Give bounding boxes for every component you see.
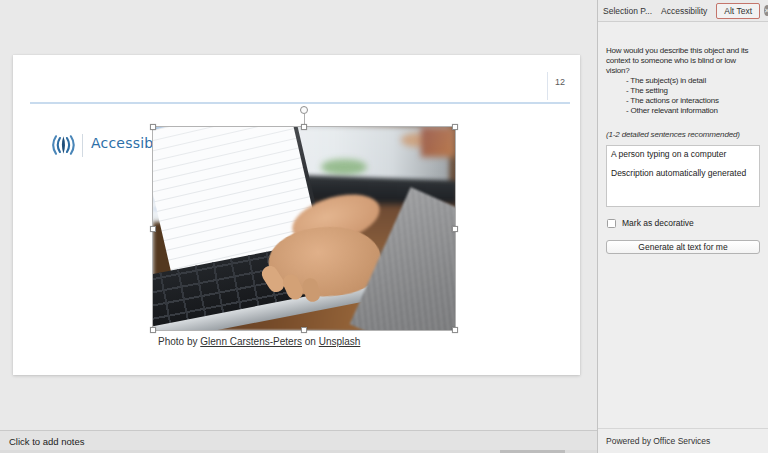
tab-accessibility[interactable]: Accessibility: [661, 6, 707, 16]
panel-footer: Powered by Office Services: [598, 428, 768, 453]
guideline-item: - The actions or interactions: [626, 96, 760, 106]
slide-number: 12: [555, 77, 565, 87]
credit-middle: on: [302, 336, 319, 347]
slide[interactable]: Accessibility - Images 12: [13, 55, 580, 375]
guideline-item: - The subject(s) in detail: [626, 76, 760, 86]
photo-credit: Photo by Glenn Carstens-Peters on Unspla…: [158, 336, 360, 347]
decorative-checkbox-label: Mark as decorative: [622, 218, 694, 228]
close-panel-icon[interactable]: ✕: [764, 5, 768, 16]
resize-handle-bottom-middle[interactable]: [301, 327, 307, 333]
generate-alt-text-button[interactable]: Generate alt text for me: [606, 240, 760, 254]
resize-handle-top-left[interactable]: [150, 124, 156, 130]
slide-image[interactable]: [153, 127, 455, 330]
resize-handle-bottom-left[interactable]: [150, 327, 156, 333]
alt-text-hint: (1-2 detailed sentences recommended): [606, 130, 760, 139]
credit-author-link[interactable]: Glenn Carstens-Peters: [200, 336, 302, 347]
panel-tab-bar: Selection P... Accessibility Alt Text ✕: [598, 0, 768, 22]
resize-handle-bottom-right[interactable]: [452, 327, 458, 333]
credit-prefix: Photo by: [158, 336, 200, 347]
decorative-checkbox[interactable]: [607, 219, 616, 228]
photo-haze-overlay: [153, 127, 455, 330]
title-divider: [82, 134, 83, 157]
decorative-checkbox-row[interactable]: Mark as decorative: [606, 218, 760, 228]
slide-number-divider: [547, 72, 548, 100]
resize-handle-middle-right[interactable]: [452, 226, 458, 232]
title-underline: [30, 102, 570, 104]
credit-source-link[interactable]: Unsplash: [319, 336, 361, 347]
rotation-handle[interactable]: [300, 106, 308, 114]
tab-selection-pane[interactable]: Selection P...: [603, 6, 652, 16]
alt-text-input[interactable]: A person typing on a computer Descriptio…: [606, 145, 760, 207]
guideline-item: - The setting: [626, 86, 760, 96]
tab-alt-text[interactable]: Alt Text: [716, 3, 760, 19]
guideline-item: - Other relevant information: [626, 106, 760, 116]
alt-text-question: How would you describe this object and i…: [606, 46, 760, 76]
resize-handle-middle-left[interactable]: [150, 226, 156, 232]
alt-text-guidelines: - The subject(s) in detail - The setting…: [606, 76, 760, 116]
resize-handle-top-middle[interactable]: [301, 124, 307, 130]
sound-wave-logo-icon: [49, 133, 77, 157]
alt-text-panel-body: How would you describe this object and i…: [598, 22, 768, 254]
resize-handle-top-right[interactable]: [452, 124, 458, 130]
alt-text-panel: Selection P... Accessibility Alt Text ✕ …: [597, 0, 768, 453]
photo-laptop-typing: [153, 127, 455, 330]
notes-placeholder: Click to add notes: [9, 436, 85, 447]
slide-canvas: Accessibility - Images 12: [0, 0, 597, 453]
